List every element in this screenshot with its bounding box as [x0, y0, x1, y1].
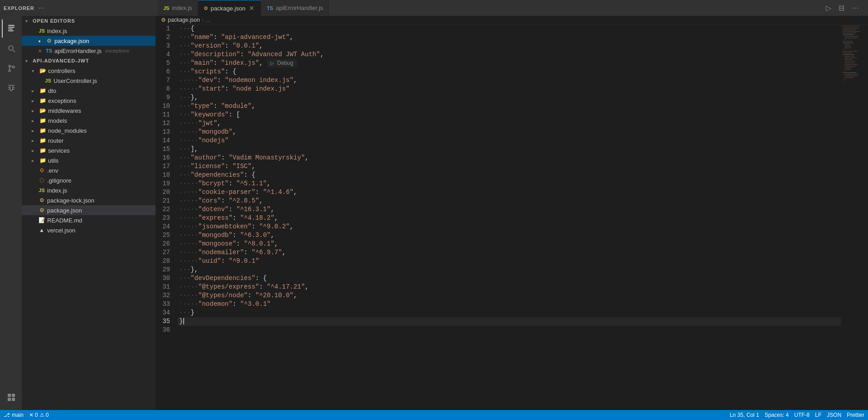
breadcrumb: ⚙ package.json › … — [156, 16, 868, 24]
vercel-icon: ▲ — [38, 227, 45, 234]
code-line-3: ···"version": "0.0.1", — [177, 42, 841, 50]
code-line-32: ·····"@types/node": "^20.10.0", — [177, 291, 841, 300]
git-branch[interactable]: ⎇ main — [4, 412, 24, 418]
js-file-icon: JS — [38, 27, 45, 34]
close-dot-icon: ✕ — [38, 48, 44, 53]
activity-extensions[interactable] — [2, 388, 20, 406]
warning-icon: ⚠ — [39, 412, 44, 418]
svg-rect-49 — [844, 74, 859, 74]
sidebar-item-router[interactable]: ▸ 📁 router — [22, 135, 156, 145]
package-lock-icon: ⚙ — [38, 197, 45, 204]
sidebar-item-services[interactable]: ▸ 📁 services — [22, 145, 156, 155]
tab-package-json[interactable]: ⚙ package.json ✕ — [198, 0, 262, 16]
layout-icon[interactable]: ⊟ — [837, 2, 846, 14]
code-line-25: ·····"mongodb": "^6.3.0", — [177, 231, 841, 240]
code-line-24: ·····"jsonwebtoken": "^9.0.2", — [177, 222, 841, 231]
code-line-17: ···"license": "ISC", — [177, 162, 841, 171]
activity-bar — [0, 16, 22, 410]
breadcrumb-sep: › — [202, 17, 204, 23]
code-line-16: ···"author": "Vadim Monastyrskiy", — [177, 154, 841, 162]
dto-chevron: ▸ — [32, 88, 37, 93]
svg-line-5 — [13, 50, 15, 52]
status-bar: ⎇ main ✕ 0 ⚠ 0 Ln 35, Col 1 Spaces: 4 UT… — [0, 410, 868, 420]
tab-index-js[interactable]: JS index.js — [158, 0, 198, 16]
models-chevron: ▸ — [32, 118, 37, 123]
code-line-6: ···"scripts": { — [177, 68, 841, 76]
open-editor-apierrorhandler[interactable]: ✕ TS apiErrorHandler.js exceptions — [22, 46, 156, 56]
open-editors-title[interactable]: ▾ OPEN EDITORS — [22, 16, 156, 26]
sidebar-item-dto[interactable]: ▸ 📁 dto — [22, 86, 156, 96]
router-chevron: ▸ — [32, 138, 37, 143]
spaces-setting[interactable]: Spaces: 4 — [765, 412, 789, 418]
code-line-34: ···} — [177, 309, 841, 317]
tab-apierrorhandler-js[interactable]: TS apiErrorHandler.js — [261, 0, 329, 16]
code-line-19: ·····"bcrypt": "^5.1.1", — [177, 179, 841, 188]
activity-search[interactable] — [2, 39, 20, 58]
explorer-more-icon[interactable]: ⋯ — [38, 5, 44, 12]
sidebar-item-controllers[interactable]: ▾ 📂 controllers — [22, 66, 156, 76]
svg-line-14 — [8, 85, 10, 86]
sidebar-item-node-modules[interactable]: ▸ 📁 node_modules — [22, 126, 156, 135]
dto-folder-icon: 📁 — [39, 87, 46, 94]
sidebar-item-index-js[interactable]: JS index.js — [22, 185, 156, 195]
sidebar-item-vercel[interactable]: ▲ vercel.json — [22, 225, 156, 235]
models-folder-icon: 📁 — [39, 117, 46, 124]
sidebar-item-env[interactable]: ⚙ .env — [22, 165, 156, 175]
code-line-27: ·····"nodemailer": "^6.9.7", — [177, 248, 841, 257]
svg-rect-0 — [8, 25, 15, 26]
svg-rect-35 — [843, 51, 858, 51]
node-modules-folder-icon: 📁 — [39, 127, 46, 134]
sidebar-item-gitignore[interactable]: ⬡ .gitignore — [22, 175, 156, 185]
git-branch-icon: ⎇ — [4, 412, 10, 418]
svg-rect-19 — [12, 398, 15, 401]
sidebar-item-utils[interactable]: ▸ 📁 utils — [22, 155, 156, 165]
minimap — [841, 24, 868, 410]
svg-rect-22 — [843, 29, 855, 30]
code-line-21: ·····"cors": "^2.8.5", — [177, 197, 841, 205]
project-chevron: ▾ — [25, 58, 31, 63]
svg-rect-27 — [844, 38, 857, 38]
middlewares-folder-icon: 📂 — [39, 107, 46, 114]
svg-rect-45 — [844, 68, 853, 68]
sidebar-item-package-json[interactable]: ⚙ package.json — [22, 205, 156, 215]
errors-count[interactable]: ✕ 0 ⚠ 0 — [29, 412, 49, 418]
code-editor[interactable]: ···{ ···"name": "api-advanced-jwt", ···"… — [177, 24, 841, 410]
sidebar-item-readme[interactable]: 📝 README.md — [22, 215, 156, 225]
breadcrumb-path[interactable]: … — [205, 17, 211, 23]
readme-icon: 📝 — [38, 217, 45, 224]
sidebar-item-usercontroller[interactable]: JS UserController.js — [22, 76, 156, 86]
eol[interactable]: LF — [815, 412, 821, 418]
ts-file-icon: TS — [45, 47, 53, 54]
prettier[interactable]: Prettier — [847, 412, 864, 418]
env-file-icon: ⚙ — [38, 167, 45, 174]
tab-json-icon: ⚙ — [204, 5, 208, 11]
error-icon: ✕ — [29, 412, 34, 418]
sidebar-item-middlewares[interactable]: ▸ 📂 middlewares — [22, 106, 156, 116]
activity-explorer[interactable] — [2, 19, 20, 38]
activity-git[interactable] — [2, 59, 20, 77]
sidebar-item-package-lock[interactable]: ⚙ package-lock.json — [22, 195, 156, 205]
svg-rect-23 — [843, 31, 860, 32]
sidebar-item-models[interactable]: ▸ 📁 models — [22, 116, 156, 126]
run-icon[interactable]: ▷ — [824, 2, 833, 14]
breadcrumb-filename[interactable]: package.json — [168, 17, 200, 23]
svg-rect-33 — [844, 48, 851, 48]
encoding[interactable]: UTF-8 — [794, 412, 809, 418]
open-editor-index-js[interactable]: JS index.js — [22, 26, 156, 36]
more-actions-icon[interactable]: ⋯ — [850, 2, 861, 14]
tab-close-icon[interactable]: ✕ — [248, 5, 255, 12]
svg-line-15 — [13, 85, 15, 86]
open-editor-package-json[interactable]: ● ⚙ package.json — [22, 36, 156, 46]
svg-rect-2 — [8, 29, 13, 29]
sidebar-item-exceptions[interactable]: ▸ 📁 exceptions — [22, 96, 156, 106]
cursor-position[interactable]: Ln 35, Col 1 — [730, 412, 759, 418]
activity-debug[interactable] — [2, 79, 20, 97]
usercontroller-js-icon: JS — [44, 77, 52, 84]
project-title[interactable]: ▾ API-ADVANCED-JWT — [22, 56, 156, 66]
services-folder-icon: 📁 — [39, 147, 46, 154]
json-file-icon: ⚙ — [45, 37, 53, 44]
language-mode[interactable]: JSON — [827, 412, 841, 418]
code-line-2: ···"name": "api-advanced-jwt", — [177, 33, 841, 42]
svg-rect-46 — [844, 69, 851, 69]
svg-rect-47 — [843, 71, 846, 71]
